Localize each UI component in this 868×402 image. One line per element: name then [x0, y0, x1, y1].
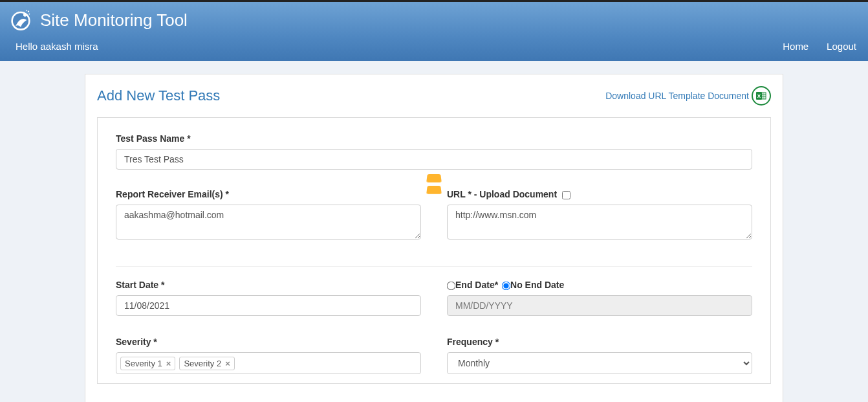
form-panel: Test Pass Name * Report Receiver Email(s…: [97, 117, 771, 384]
divider: [116, 266, 752, 267]
severity-tag-label: Severity 2: [184, 359, 221, 368]
decorative-diamond-icon: [426, 186, 442, 194]
end-date-radio[interactable]: [447, 281, 456, 290]
svg-point-3: [28, 10, 29, 12]
severity-tag-label: Severity 1: [125, 359, 162, 368]
app-title: Site Monitoring Tool: [40, 10, 188, 30]
severity-label: Severity *: [116, 337, 421, 347]
svg-point-4: [28, 14, 30, 15]
download-template-link[interactable]: Download URL Template Document X: [605, 86, 771, 106]
nav-home-link[interactable]: Home: [783, 41, 808, 52]
end-date-radio-label[interactable]: End Date*: [447, 280, 501, 290]
main-panel: Add New Test Pass Download URL Template …: [85, 74, 783, 402]
user-greeting: Hello aakash misra: [16, 41, 98, 52]
frequency-label: Frequency *: [447, 337, 752, 347]
no-end-date-radio-label[interactable]: No End Date: [502, 280, 564, 290]
start-date-label: Start Date *: [116, 280, 421, 290]
upload-document-checkbox[interactable]: [562, 191, 570, 199]
nav-logout-link[interactable]: Logout: [827, 41, 856, 52]
url-input[interactable]: [447, 205, 752, 240]
svg-point-2: [23, 13, 27, 16]
frequency-select[interactable]: Monthly: [447, 352, 752, 374]
excel-icon: X: [752, 86, 771, 106]
download-template-label: Download URL Template Document: [605, 91, 749, 101]
end-date-input: [447, 295, 752, 316]
svg-text:X: X: [757, 93, 761, 99]
tag-remove-icon[interactable]: ×: [225, 359, 230, 368]
test-pass-name-label: Test Pass Name *: [116, 133, 752, 144]
decorative-diamond-icon: [426, 174, 442, 183]
url-label-text: URL * - Upload Document: [447, 189, 557, 199]
severity-tag[interactable]: Severity 2×: [179, 357, 234, 370]
test-pass-name-input[interactable]: [116, 149, 752, 170]
svg-point-5: [26, 10, 27, 11]
severity-tag-input[interactable]: Severity 1×Severity 2×: [116, 352, 421, 374]
report-email-label: Report Receiver Email(s) *: [116, 189, 421, 199]
app-header: Site Monitoring Tool Hello aakash misra …: [0, 2, 868, 61]
page-title: Add New Test Pass: [97, 87, 220, 104]
report-email-input[interactable]: [116, 205, 421, 240]
nav-links: Home Logout: [767, 41, 856, 52]
app-logo-icon: [8, 7, 34, 33]
start-date-input[interactable]: [116, 295, 421, 316]
no-end-date-radio[interactable]: [502, 281, 511, 290]
url-upload-label: URL * - Upload Document: [447, 189, 752, 199]
tag-remove-icon[interactable]: ×: [166, 359, 171, 368]
severity-tag[interactable]: Severity 1×: [120, 357, 175, 370]
